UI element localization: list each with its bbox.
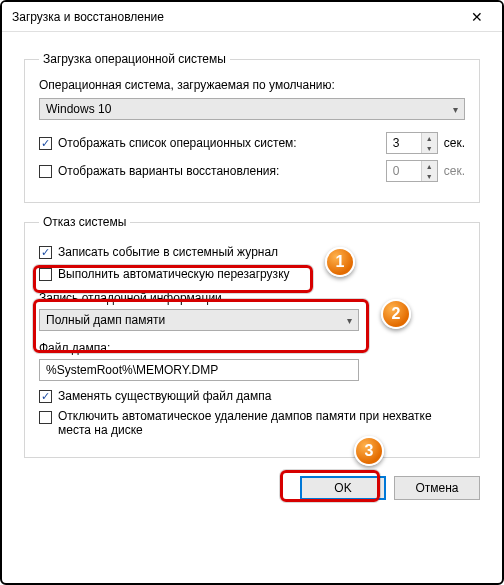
chevron-up-icon: ▲ bbox=[422, 133, 437, 143]
startup-group: Загрузка операционной системы Операционн… bbox=[24, 52, 480, 203]
debug-info-value: Полный дамп памяти bbox=[46, 313, 165, 327]
debug-info-select[interactable]: Полный дамп памяти ▾ bbox=[39, 309, 359, 331]
ok-button[interactable]: OK bbox=[300, 476, 386, 500]
default-os-select[interactable]: Windows 10 ▾ bbox=[39, 98, 465, 120]
chevron-up-icon: ▲ bbox=[422, 161, 437, 171]
chevron-down-icon: ▾ bbox=[347, 315, 352, 326]
failure-group: Отказ системы ✓ Записать событие в систе… bbox=[24, 215, 480, 458]
button-bar: OK Отмена 3 bbox=[2, 474, 502, 514]
show-recovery-seconds[interactable]: 0 ▲▼ bbox=[386, 160, 438, 182]
overwrite-checkbox[interactable]: ✓ bbox=[39, 390, 52, 403]
chevron-down-icon: ▼ bbox=[422, 143, 437, 153]
dump-file-input[interactable]: %SystemRoot%\MEMORY.DMP bbox=[39, 359, 359, 381]
show-os-list-checkbox[interactable]: ✓ bbox=[39, 137, 52, 150]
dump-file-label: Файл дампа: bbox=[39, 341, 465, 355]
seconds-suffix-2: сек. bbox=[444, 164, 465, 178]
show-os-list-label: Отображать список операционных систем: bbox=[58, 136, 380, 150]
titlebar: Загрузка и восстановление ✕ bbox=[2, 2, 502, 32]
startup-legend: Загрузка операционной системы bbox=[39, 52, 230, 66]
show-recovery-label: Отображать варианты восстановления: bbox=[58, 164, 380, 178]
auto-restart-label: Выполнить автоматическую перезагрузку bbox=[58, 267, 290, 281]
failure-legend: Отказ системы bbox=[39, 215, 130, 229]
seconds-suffix-1: сек. bbox=[444, 136, 465, 150]
disable-autodelete-checkbox[interactable] bbox=[39, 411, 52, 424]
close-button[interactable]: ✕ bbox=[456, 3, 498, 31]
overwrite-label: Заменять существующий файл дампа bbox=[58, 389, 271, 403]
dialog-content: Загрузка операционной системы Операционн… bbox=[2, 32, 502, 474]
default-os-value: Windows 10 bbox=[46, 102, 111, 116]
window-title: Загрузка и восстановление bbox=[12, 10, 456, 24]
default-os-label: Операционная система, загружаемая по умо… bbox=[39, 78, 465, 92]
log-event-label: Записать событие в системный журнал bbox=[58, 245, 278, 259]
cancel-button[interactable]: Отмена bbox=[394, 476, 480, 500]
auto-restart-checkbox[interactable] bbox=[39, 268, 52, 281]
disable-autodelete-label: Отключить автоматическое удаление дампов… bbox=[58, 409, 465, 437]
log-event-checkbox[interactable]: ✓ bbox=[39, 246, 52, 259]
show-os-list-seconds[interactable]: 3 ▲▼ bbox=[386, 132, 438, 154]
chevron-down-icon: ▾ bbox=[453, 104, 458, 115]
show-recovery-checkbox[interactable] bbox=[39, 165, 52, 178]
debug-info-label: Запись отладочной информации bbox=[39, 291, 465, 305]
chevron-down-icon: ▼ bbox=[422, 171, 437, 181]
